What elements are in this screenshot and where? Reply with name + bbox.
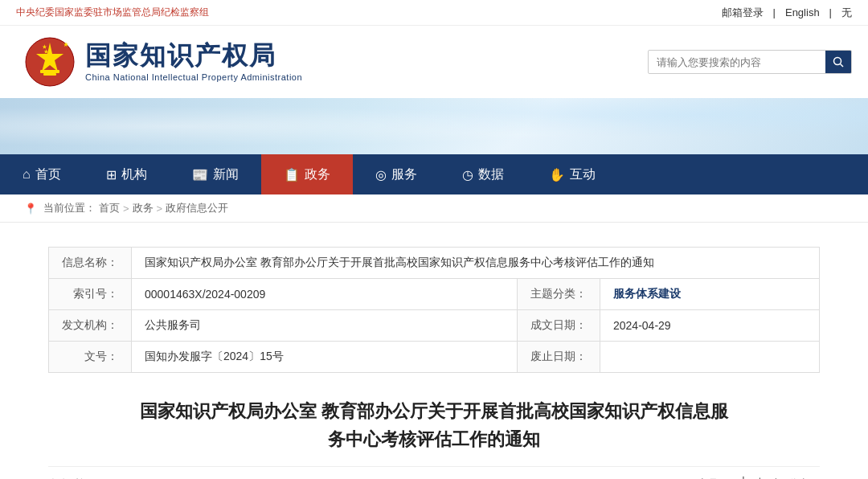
- divider-1: |: [773, 6, 776, 18]
- divider-2: |: [829, 6, 832, 18]
- font-size-controls: 大 中 小: [737, 475, 780, 479]
- info-row-issuer: 发文机构： 公共服务司 成文日期： 2024-04-29: [49, 310, 820, 342]
- org-icon: ⊞: [106, 167, 117, 182]
- mailbox-link[interactable]: 邮箱登录: [722, 6, 764, 20]
- nav-news-label: 新闻: [213, 166, 239, 183]
- hero-strip: [0, 98, 868, 154]
- value-name: 国家知识产权局办公室 教育部办公厅关于开展首批高校国家知识产权信息服务中心考核评…: [132, 248, 820, 279]
- info-row-docno: 文号： 国知办发服字〔2024〕15号 废止日期：: [49, 342, 820, 373]
- logo-text: 国家知识产权局 China National Intellectual Prop…: [85, 42, 302, 81]
- value-docno: 国知办发服字〔2024〕15号: [132, 342, 518, 373]
- top-bar: 中央纪委国家监委驻市场监管总局纪检监察组 邮箱登录 | English | 无: [0, 0, 868, 26]
- search-button[interactable]: [825, 50, 851, 74]
- english-link[interactable]: English: [785, 6, 820, 18]
- extra-link[interactable]: 无: [841, 6, 852, 20]
- font-large-btn[interactable]: 大: [737, 475, 750, 479]
- value-issuer: 公共服务司: [132, 310, 518, 342]
- breadcrumb-prefix: 当前位置：: [43, 201, 96, 215]
- info-row-index: 索引号： 00001463X/2024-00209 主题分类： 服务体系建设: [49, 279, 820, 310]
- search-input[interactable]: [649, 56, 825, 68]
- news-icon: 📰: [192, 167, 208, 182]
- breadcrumb: 📍 当前位置： 首页 > 政务 > 政府信息公开: [0, 194, 868, 223]
- breadcrumb-gov[interactable]: 政务: [133, 201, 154, 215]
- breadcrumb-home[interactable]: 首页: [99, 201, 120, 215]
- main-content: 信息名称： 国家知识产权局办公室 教育部办公厅关于开展首批高校国家知识产权信息服…: [0, 223, 868, 479]
- label-subject: 主题分类：: [518, 279, 600, 310]
- logo-cn: 国家知识产权局: [85, 42, 302, 70]
- gov-icon: 📋: [284, 167, 300, 182]
- svg-point-9: [834, 58, 841, 65]
- title-line2: 务中心考核评估工作的通知: [64, 425, 804, 453]
- location-icon: 📍: [24, 203, 37, 215]
- breadcrumb-openinfo[interactable]: 政府信息公开: [166, 201, 228, 215]
- title-line1: 国家知识产权局办公室 教育部办公厅关于开展首批高校国家知识产权信息服: [64, 397, 804, 425]
- svg-rect-8: [43, 73, 56, 76]
- nav-service[interactable]: ◎ 服务: [353, 154, 440, 194]
- value-index: 00001463X/2024-00209: [132, 279, 518, 310]
- main-nav: ⌂ 首页 ⊞ 机构 📰 新闻 📋 政务 ◎ 服务 ◷ 数据 ✋ 互动: [0, 154, 868, 194]
- logo-area: 国家知识产权局 China National Intellectual Prop…: [0, 36, 302, 88]
- breadcrumb-sep-1: >: [123, 203, 129, 215]
- search-icon: [833, 56, 844, 68]
- value-subject: 服务体系建设: [600, 279, 820, 310]
- nav-interact[interactable]: ✋ 互动: [526, 154, 618, 194]
- nav-interact-label: 互动: [570, 166, 596, 183]
- label-docno: 文号：: [49, 342, 132, 373]
- logo-emblem: [24, 36, 76, 88]
- label-index: 索引号：: [49, 279, 132, 310]
- publish-bar: 发布时间： 2024-04-30 字号： 大 中 小 分享：: [48, 466, 820, 479]
- interact-icon: ✋: [549, 167, 565, 182]
- nav-data-label: 数据: [478, 166, 504, 183]
- info-table: 信息名称： 国家知识产权局办公室 教育部办公厅关于开展首批高校国家知识产权信息服…: [48, 247, 820, 373]
- svg-line-10: [841, 64, 844, 68]
- article-title: 国家知识产权局办公室 教育部办公厅关于开展首批高校国家知识产权信息服 务中心考核…: [48, 397, 820, 453]
- nav-data[interactable]: ◷ 数据: [440, 154, 526, 194]
- svg-rect-7: [40, 70, 59, 73]
- nav-home-label: 首页: [35, 166, 61, 183]
- nav-home[interactable]: ⌂ 首页: [0, 154, 84, 194]
- header: 国家知识产权局 China National Intellectual Prop…: [0, 26, 868, 98]
- service-icon: ◎: [375, 167, 387, 182]
- label-date: 成文日期：: [518, 310, 600, 342]
- logo-en: China National Intellectual Property Adm…: [85, 72, 302, 82]
- info-row-name: 信息名称： 国家知识产权局办公室 教育部办公厅关于开展首批高校国家知识产权信息服…: [49, 248, 820, 279]
- breadcrumb-sep-2: >: [157, 203, 163, 215]
- home-icon: ⌂: [23, 167, 31, 182]
- data-icon: ◷: [462, 167, 473, 182]
- label-name: 信息名称：: [49, 248, 132, 279]
- label-issuer: 发文机构：: [49, 310, 132, 342]
- publish-right-area: 字号： 大 中 小 分享：: [698, 475, 820, 479]
- search-bar: [648, 50, 852, 74]
- label-expire: 废止日期：: [518, 342, 600, 373]
- nav-news[interactable]: 📰 新闻: [170, 154, 261, 194]
- header-right: [648, 50, 868, 74]
- nav-org[interactable]: ⊞ 机构: [84, 154, 170, 194]
- nav-org-label: 机构: [121, 166, 147, 183]
- value-date: 2024-04-29: [600, 310, 820, 342]
- nav-gov-label: 政务: [305, 166, 330, 183]
- nav-service-label: 服务: [391, 166, 417, 183]
- supervision-notice[interactable]: 中央纪委国家监委驻市场监管总局纪检监察组: [16, 6, 209, 19]
- nav-gov[interactable]: 📋 政务: [261, 154, 353, 194]
- value-expire: [600, 342, 820, 373]
